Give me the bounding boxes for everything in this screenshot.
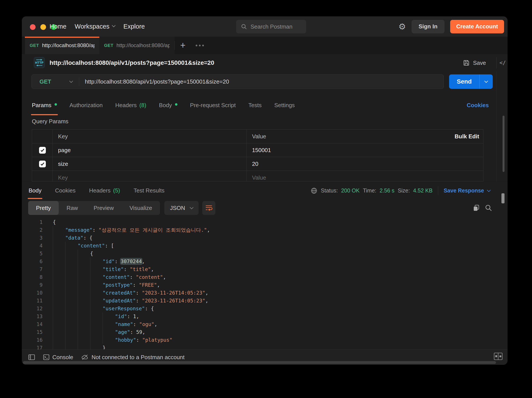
param-key-placeholder[interactable]: Key — [53, 171, 247, 182]
arrow-right-icon — [36, 59, 43, 61]
response-tab-cookies[interactable]: Cookies — [55, 182, 76, 199]
response-tab-headers[interactable]: Headers (5) — [89, 182, 120, 199]
nav-home-label: Home — [50, 23, 66, 30]
checkbox-checked[interactable] — [39, 147, 46, 154]
url-bar: GET http://localhost:8080/api/v1/posts?p… — [32, 74, 444, 89]
two-pane-view-icon[interactable] — [494, 353, 503, 360]
tab-title: http://localhost:8080/api/ — [116, 42, 170, 48]
code-snippet-panel-icon[interactable]: </ — [500, 54, 506, 72]
view-pretty[interactable]: Pretty — [28, 201, 59, 215]
request-scrollbar-thumb[interactable] — [503, 116, 505, 172]
postman-window: Home Workspaces Explore Search Postman ⚙… — [22, 16, 507, 365]
response-status-bar: Status: 200 OK Time: 2.56 s Size: 4.52 K… — [310, 182, 490, 199]
console-button[interactable]: Console — [43, 354, 73, 361]
code-line: 14"name": "ogu", — [22, 320, 507, 328]
nav-home[interactable]: Home — [50, 23, 66, 30]
horizontal-scrollbar-thumb[interactable] — [23, 361, 496, 364]
checkbox-checked[interactable] — [39, 161, 46, 167]
code-line: 4"content": [ — [22, 242, 507, 250]
param-key-cell[interactable]: page — [53, 143, 247, 157]
http-request-icon: HTTP — [34, 57, 45, 68]
code-line: 6"id": 3070244, — [22, 258, 507, 265]
search-input[interactable]: Search Postman — [236, 20, 306, 33]
tab-params[interactable]: Params — [32, 95, 57, 116]
response-scrollbar-thumb[interactable] — [501, 193, 505, 203]
size-value[interactable]: 4.52 KB — [413, 187, 432, 194]
param-value-cell[interactable]: 20 — [247, 157, 483, 171]
view-raw[interactable]: Raw — [59, 201, 86, 215]
tab-body[interactable]: Body — [159, 95, 177, 116]
tab-label: Body — [29, 187, 41, 194]
view-preview[interactable]: Preview — [86, 201, 121, 215]
url-input[interactable]: http://localhost:8080/api/v1/posts?page=… — [79, 78, 229, 85]
settings-gear-icon[interactable]: ⚙ — [399, 22, 406, 31]
response-tab-test-results[interactable]: Test Results — [133, 182, 165, 199]
param-value-cell[interactable]: 150001 — [247, 143, 483, 157]
tab-label: Settings — [274, 102, 295, 109]
request-subtabs: Params Authorization Headers (8) Body Pr… — [32, 95, 489, 116]
response-tab-body[interactable]: Body — [29, 182, 41, 199]
save-response-label: Save Response — [444, 187, 484, 194]
headers-count: (5) — [113, 187, 120, 194]
param-value-placeholder[interactable]: Value — [247, 171, 483, 182]
wrap-lines-icon — [205, 205, 213, 211]
code-line: 12"userResponse": { — [22, 305, 507, 312]
param-key-cell[interactable]: size — [53, 157, 247, 171]
send-options-button[interactable] — [480, 74, 493, 89]
time-value[interactable]: 2.56 s — [380, 187, 394, 194]
request-tab-2[interactable]: GET http://localhost:8080/api/ — [99, 37, 175, 54]
view-visualize[interactable]: Visualize — [121, 201, 160, 215]
param-row-size: size 20 — [32, 157, 483, 171]
code-line: 5{ — [22, 250, 507, 258]
create-account-button[interactable]: Create Account — [450, 20, 504, 33]
divider — [438, 186, 438, 195]
tab-headers[interactable]: Headers (8) — [115, 95, 146, 116]
cookies-link[interactable]: Cookies — [467, 102, 489, 109]
method-selector[interactable]: GET — [32, 78, 79, 85]
modified-dot — [175, 103, 177, 106]
code-line: 16"hobby": "platypus" — [22, 336, 507, 344]
tab-label: Headers — [115, 102, 137, 109]
sign-in-button[interactable]: Sign In — [412, 20, 444, 33]
tab-authorization[interactable]: Authorization — [70, 95, 103, 116]
format-label: JSON — [170, 205, 185, 211]
copy-icon[interactable] — [473, 204, 480, 212]
tab-options-button[interactable] — [196, 37, 204, 54]
send-button[interactable]: Send — [449, 74, 479, 89]
status-value[interactable]: 200 OK — [341, 187, 360, 194]
param-row-placeholder: Key Value — [32, 171, 483, 182]
tab-tests[interactable]: Tests — [248, 95, 262, 116]
query-params-heading: Query Params — [32, 118, 69, 125]
tab-pre-request-script[interactable]: Pre-request Script — [190, 95, 236, 116]
nav-explore[interactable]: Explore — [123, 23, 145, 30]
new-tab-button[interactable]: + — [175, 37, 191, 54]
account-connection-status[interactable]: Not connected to a Postman account — [81, 354, 184, 361]
modified-dot — [55, 103, 57, 106]
request-tab-1[interactable]: GET http://localhost:8080/api/ — [25, 37, 99, 54]
save-response-button[interactable]: Save Response — [444, 187, 490, 194]
response-body-code[interactable]: 1{2"message": "성공적으로 모든 게시글이 조회되었습니다.",3… — [22, 217, 507, 350]
chevron-down-icon — [112, 23, 116, 27]
tab-settings[interactable]: Settings — [274, 95, 295, 116]
search-icon — [241, 24, 247, 30]
code-line: 9"postType": "FREE", — [22, 281, 507, 289]
minimize-window-button[interactable] — [40, 24, 46, 30]
view-mode-switcher: Pretty Raw Preview Visualize — [28, 201, 160, 215]
param-checkbox-cell — [32, 143, 53, 157]
value-column-header: Value Bulk Edit — [247, 130, 483, 143]
nav-workspaces[interactable]: Workspaces — [75, 23, 115, 30]
tab-label: Cookies — [55, 187, 76, 194]
code-line: 15"age": 59, — [22, 328, 507, 336]
close-window-button[interactable] — [30, 24, 36, 30]
save-button[interactable]: Save — [463, 54, 486, 72]
code-line: 2"message": "성공적으로 모든 게시글이 조회되었습니다.", — [22, 226, 507, 234]
bulk-edit-button[interactable]: Bulk Edit — [455, 133, 479, 140]
code-line: 11"updatedAt": "2023-11-26T14:05:23", — [22, 297, 507, 305]
wrap-lines-button[interactable] — [202, 201, 215, 215]
format-selector[interactable]: JSON — [164, 201, 199, 215]
search-response-icon[interactable] — [485, 204, 492, 212]
chevron-down-icon — [70, 79, 73, 83]
sidebar-toggle-icon[interactable] — [28, 354, 35, 360]
save-floppy-icon — [463, 60, 470, 66]
param-checkbox-cell — [32, 157, 53, 171]
